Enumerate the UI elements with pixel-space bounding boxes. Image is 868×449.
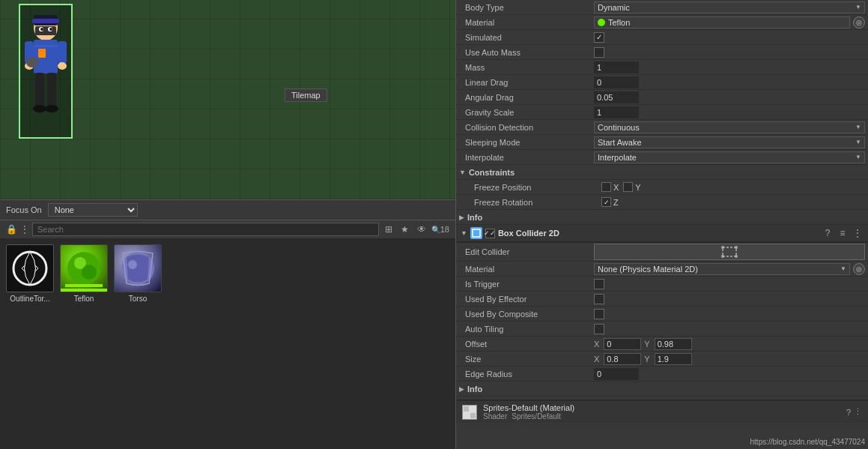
- bc-menu-btn[interactable]: ⋮: [852, 227, 864, 239]
- rb-info-header[interactable]: ▶ Info: [456, 210, 868, 225]
- is-trigger-checkbox[interactable]: [594, 279, 604, 289]
- edit-collider-button[interactable]: [594, 244, 865, 260]
- sleeping-mode-dropdown[interactable]: Start Awake: [594, 136, 865, 148]
- simulated-row: Simulated: [456, 30, 868, 45]
- use-auto-mass-row: Use Auto Mass: [456, 45, 868, 60]
- angular-drag-row: Angular Drag: [456, 90, 868, 105]
- freeze-y-label: Y: [635, 183, 640, 192]
- box-collider-arrow[interactable]: ▼: [461, 229, 467, 237]
- auto-tiling-row: Auto Tiling: [456, 322, 868, 337]
- box-collider-header: ▼ ✓ Box Collider 2D ? ≡ ⋮: [456, 225, 868, 243]
- mat-shader-value: Sprites/Default: [512, 412, 561, 421]
- gravity-scale-label: Gravity Scale: [459, 108, 594, 117]
- freeze-position-checkboxes: X Y: [601, 182, 641, 192]
- svg-point-26: [128, 260, 137, 269]
- gravity-scale-input[interactable]: [594, 106, 639, 118]
- bc-question-btn[interactable]: ?: [822, 227, 834, 239]
- simulated-checkbox[interactable]: [594, 32, 604, 43]
- mass-label: Mass: [459, 63, 594, 72]
- used-by-composite-checkbox[interactable]: [594, 309, 604, 319]
- svg-rect-3: [35, 26, 56, 35]
- edit-collider-row: Edit Collider: [456, 243, 868, 262]
- edge-radius-input[interactable]: [594, 368, 639, 380]
- freeze-position-label: Freeze Position: [459, 183, 601, 192]
- freeze-x-checkbox[interactable]: [601, 182, 611, 192]
- svg-point-18: [33, 105, 46, 112]
- size-label: Size: [459, 355, 594, 364]
- add-tab-icon[interactable]: ⊞: [382, 223, 395, 236]
- asset-item-torso[interactable]: Torso: [114, 244, 162, 444]
- body-type-value[interactable]: Dynamic: [594, 1, 865, 13]
- linear-drag-row: Linear Drag: [456, 75, 868, 90]
- bc-settings-btn[interactable]: ≡: [837, 227, 849, 239]
- asset-thumb-torso: [114, 244, 162, 292]
- edge-radius-row: Edge Radius: [456, 367, 868, 382]
- freeze-y-checkbox[interactable]: [623, 182, 633, 192]
- used-by-effector-checkbox[interactable]: [594, 294, 604, 304]
- auto-tiling-label: Auto Tiling: [459, 325, 594, 334]
- character-svg: [23, 11, 68, 131]
- size-x-label: X: [594, 355, 599, 364]
- constraints-header[interactable]: ▼ Constraints: [456, 165, 868, 180]
- material-field[interactable]: Teflon: [594, 16, 850, 28]
- edge-radius-label: Edge Radius: [459, 370, 594, 379]
- bc-info-header[interactable]: ▶ Info: [456, 382, 868, 397]
- size-y-label: Y: [644, 355, 649, 364]
- sleeping-mode-label: Sleeping Mode: [459, 138, 594, 147]
- character-sprite: [19, 4, 73, 139]
- menu-icon[interactable]: ⋮: [20, 224, 29, 235]
- torso-svg: [119, 250, 157, 287]
- linear-drag-input[interactable]: [594, 76, 639, 88]
- svg-point-23: [82, 265, 97, 280]
- use-auto-mass-checkbox[interactable]: [594, 47, 604, 58]
- collision-detection-dropdown[interactable]: Continuous: [594, 121, 865, 133]
- mat-thumb-svg: [463, 406, 476, 419]
- freeze-y-item: Y: [623, 182, 640, 192]
- freeze-rotation-row: Freeze Rotation ✓ Z: [456, 195, 868, 210]
- body-type-dropdown[interactable]: Dynamic: [594, 1, 865, 13]
- interpolate-dropdown[interactable]: Interpolate: [594, 151, 865, 163]
- svg-point-15: [26, 57, 38, 67]
- offset-x-input[interactable]: [604, 338, 641, 350]
- asset-item-teflon[interactable]: Teflon: [60, 244, 108, 444]
- bc-material-circle-btn[interactable]: ◎: [853, 263, 865, 275]
- left-panel: Tilemap Focus On None 🔒 ⋮ ⊞ ★ 👁 🔍18: [0, 0, 455, 449]
- mass-input[interactable]: [594, 61, 639, 73]
- mat-sub-row: Shader Sprites/Default: [483, 412, 846, 421]
- offset-y-label: Y: [644, 340, 649, 349]
- mat-question-icon[interactable]: ?: [846, 408, 851, 417]
- mass-row: Mass: [456, 60, 868, 75]
- svg-rect-28: [474, 231, 479, 235]
- angular-drag-input[interactable]: [594, 91, 639, 103]
- size-y-input[interactable]: [655, 353, 692, 365]
- eye-icon[interactable]: 👁: [415, 223, 428, 236]
- favorite-icon[interactable]: ★: [398, 223, 412, 236]
- freeze-position-row: Freeze Position X Y: [456, 180, 868, 195]
- lock-icon[interactable]: 🔒: [6, 224, 17, 235]
- box-collider-checkbox[interactable]: ✓: [485, 229, 495, 238]
- scene-view[interactable]: Tilemap: [0, 0, 455, 199]
- offset-y-input[interactable]: [655, 338, 692, 350]
- auto-tiling-checkbox[interactable]: [594, 324, 604, 334]
- svg-point-14: [58, 62, 67, 70]
- search-input[interactable]: [32, 223, 379, 236]
- focus-select[interactable]: None: [48, 203, 138, 217]
- freeze-z-checkbox[interactable]: ✓: [601, 197, 611, 207]
- tilemap-label: Tilemap: [285, 88, 327, 102]
- offset-row: Offset X Y: [456, 337, 868, 352]
- svg-rect-24: [65, 284, 103, 287]
- bc-material-dropdown[interactable]: None (Physics Material 2D): [594, 263, 850, 275]
- freeze-x-label: X: [613, 183, 619, 192]
- asset-item-outline[interactable]: OutlineTor...: [6, 244, 54, 444]
- used-by-effector-label: Used By Effector: [459, 295, 594, 304]
- svg-point-30: [721, 246, 724, 249]
- linear-drag-label: Linear Drag: [459, 78, 594, 87]
- bc-material-label: Material: [459, 265, 594, 274]
- mat-menu-icon[interactable]: ⋮: [854, 407, 862, 417]
- rb-info-arrow: ▶: [459, 214, 464, 221]
- material-circle-btn[interactable]: ◎: [853, 16, 865, 28]
- mat-title: Sprites-Default (Material): [483, 403, 846, 412]
- svg-rect-35: [464, 406, 469, 412]
- asset-label-torso: Torso: [129, 295, 147, 303]
- size-x-input[interactable]: [604, 353, 641, 365]
